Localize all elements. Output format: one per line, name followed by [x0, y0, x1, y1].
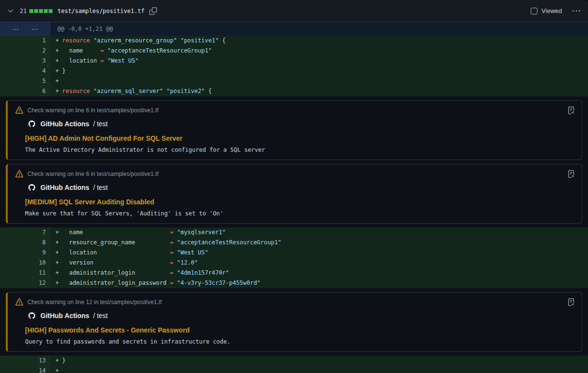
- diff-added-marker: +: [51, 268, 62, 278]
- annotation-location-text: Check warning on line 12 in test/samples…: [27, 299, 162, 306]
- code-token: "acceptanceTestResourceGroup1": [107, 47, 212, 54]
- annotation-header: Check warning on line 12 in test/samples…: [15, 298, 574, 306]
- line-number[interactable]: 6: [0, 86, 51, 96]
- code-token: {: [205, 88, 211, 94]
- viewed-toggle[interactable]: Viewed: [531, 7, 562, 14]
- hunk-header-row: ⋯ ⋯ @@ -0,0 +1,21 @@: [0, 22, 588, 36]
- diff-chunk-1: 1 +resource "azurerm_resource_group" "po…: [0, 36, 588, 96]
- check-tool-row: GitHub Actions / test: [27, 311, 574, 320]
- diff-added-marker: +: [51, 258, 62, 268]
- file-path[interactable]: test/samples/positive1.tf: [57, 8, 144, 14]
- file-diff-card: 21 test/samples/positive1.tf Viewed ⋯ ⋯ …: [0, 0, 588, 373]
- code-line: + version = "12.0": [51, 258, 588, 268]
- line-number[interactable]: 13: [0, 356, 51, 366]
- code-token: [90, 88, 93, 94]
- line-number[interactable]: 3: [0, 56, 51, 66]
- code-content: administrator_login = "4dm1n157r470r": [62, 269, 229, 276]
- check-annotation: Check warning on line 6 in test/samples/…: [6, 100, 582, 160]
- code-token: [90, 37, 93, 44]
- line-number[interactable]: 11: [0, 268, 51, 278]
- viewed-checkbox[interactable]: [531, 8, 537, 14]
- line-number[interactable]: 5: [0, 76, 51, 86]
- code-token: name: [62, 229, 170, 236]
- code-token: =: [100, 57, 104, 64]
- code-content: administrator_login_password = "4-v3ry-5…: [62, 280, 261, 286]
- annotation-title: [HIGH] Passwords And Secrets - Generic P…: [25, 326, 574, 334]
- diff-row: 7 + name = "mysqlserver1": [0, 227, 588, 238]
- code-content: }: [62, 67, 65, 74]
- code-token: [163, 88, 167, 94]
- annotation-action-icon[interactable]: [567, 298, 575, 306]
- annotation-header: Check warning on line 6 in test/samples/…: [15, 107, 574, 114]
- code-token: }: [62, 67, 65, 74]
- diffstat-count: 21: [20, 8, 26, 14]
- code-content: resource "azurerm_resource_group" "posit…: [62, 37, 226, 44]
- check-tool-name[interactable]: GitHub Actions: [40, 184, 89, 191]
- code-token: [104, 57, 107, 64]
- code-token: resource: [62, 37, 90, 44]
- diffstat-added-block: [29, 9, 33, 13]
- annotation-action-icon[interactable]: [567, 170, 575, 178]
- line-number[interactable]: 7: [0, 227, 51, 238]
- code-content: name = "acceptanceTestResourceGroup1": [62, 47, 212, 54]
- check-run-name[interactable]: / test: [93, 312, 107, 320]
- code-token: "12.0": [177, 259, 197, 266]
- diff-row: 4 +}: [0, 66, 588, 76]
- expand-dots-icon[interactable]: ⋯: [13, 25, 19, 33]
- github-actions-avatar: [27, 119, 37, 129]
- code-token: "azurerm_sql_server": [93, 88, 163, 94]
- code-token: location: [62, 249, 170, 256]
- code-line: + administrator_login_password = "4-v3ry…: [51, 278, 588, 288]
- code-token: "acceptanceTestResourceGroup1": [177, 239, 281, 246]
- diff-row: 11 + administrator_login = "4dm1n157r470…: [0, 268, 588, 278]
- annotation-location-text: Check warning on line 6 in test/samples/…: [27, 107, 158, 114]
- diff-added-marker: +: [51, 227, 62, 238]
- check-run-name[interactable]: / test: [93, 120, 107, 128]
- diff-row: 1 +resource "azurerm_resource_group" "po…: [0, 36, 588, 46]
- diffstat-added-block: [49, 9, 52, 13]
- diff-row: 14 +: [0, 366, 588, 373]
- expand-hunk-button[interactable]: ⋯ ⋯: [0, 22, 51, 36]
- check-annotation: Check warning on line 12 in test/samples…: [6, 292, 582, 352]
- diff-added-marker: +: [51, 278, 62, 288]
- code-token: [177, 37, 180, 44]
- expand-dots-icon[interactable]: ⋯: [31, 25, 38, 33]
- line-number[interactable]: 4: [0, 66, 51, 76]
- code-token: resource_group_name: [62, 239, 170, 246]
- check-tool-name[interactable]: GitHub Actions: [40, 120, 89, 128]
- code-token: name: [62, 47, 100, 54]
- code-token: }: [62, 357, 65, 364]
- annotation-action-icon[interactable]: [567, 107, 575, 114]
- line-number[interactable]: 12: [0, 278, 51, 288]
- diffstat-blocks: [29, 9, 52, 13]
- line-number[interactable]: 14: [0, 366, 51, 373]
- code-line: +: [51, 366, 588, 373]
- check-tool-name[interactable]: GitHub Actions: [40, 312, 89, 320]
- annotation-description: Make sure that for SQL Servers, 'Auditin…: [25, 210, 574, 217]
- diff-added-marker: +: [51, 356, 62, 366]
- copy-path-icon[interactable]: [149, 7, 157, 15]
- line-number[interactable]: 2: [0, 46, 51, 56]
- code-token: {: [219, 37, 225, 44]
- collapse-file-chevron-down-icon[interactable]: [7, 7, 14, 15]
- line-number[interactable]: 9: [0, 248, 51, 258]
- code-content: }: [62, 357, 65, 364]
- diff-chunk-2: 7 + name = "mysqlserver1" 8 + resource_g…: [0, 227, 588, 288]
- line-number[interactable]: 10: [0, 258, 51, 268]
- diff-added-marker: +: [51, 248, 62, 258]
- line-number[interactable]: 8: [0, 238, 51, 248]
- file-options-kebab-icon[interactable]: [573, 7, 580, 15]
- diff-added-marker: +: [51, 56, 62, 66]
- annotation-location-text: Check warning on line 6 in test/samples/…: [27, 171, 158, 177]
- code-content: resource_group_name = "acceptanceTestRes…: [62, 239, 281, 246]
- code-content: location = "West US": [62, 249, 208, 256]
- check-run-name[interactable]: / test: [93, 184, 107, 191]
- line-number[interactable]: 1: [0, 36, 51, 46]
- code-token: resource: [62, 88, 90, 94]
- code-token: "4dm1n157r470r": [177, 269, 229, 276]
- code-token: location: [62, 57, 100, 64]
- warning-triangle-icon: [15, 107, 23, 114]
- code-line: + administrator_login = "4dm1n157r470r": [51, 268, 588, 278]
- diff-row: 6 +resource "azurerm_sql_server" "positi…: [0, 86, 588, 96]
- code-line: +: [51, 76, 588, 86]
